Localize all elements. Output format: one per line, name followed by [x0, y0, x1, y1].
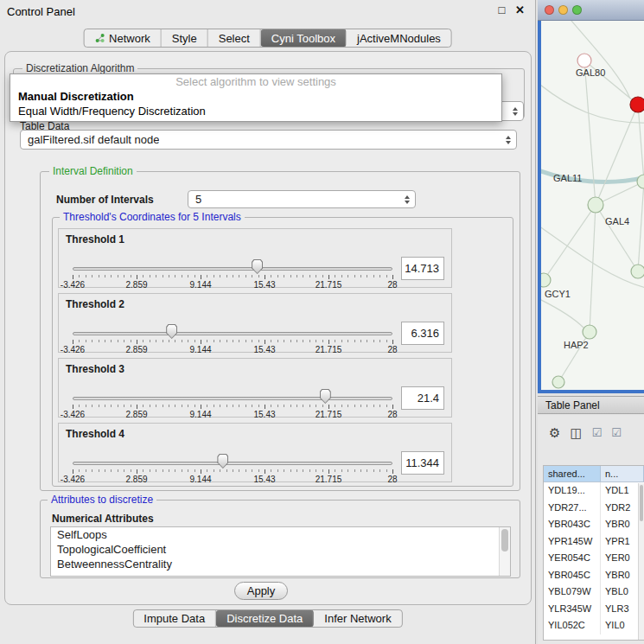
- table-row[interactable]: YBR043CYBR0: [544, 516, 644, 533]
- tick-label: 21.715: [316, 410, 342, 419]
- network-window-titlebar[interactable]: [538, 0, 644, 21]
- network-edge[interactable]: [638, 182, 644, 271]
- slider-handle[interactable]: [320, 389, 331, 404]
- network-edge[interactable]: [590, 205, 596, 332]
- slider-handle[interactable]: [166, 324, 177, 339]
- table-row[interactable]: YER054CYER0: [544, 550, 644, 567]
- bottom-tab-infer-network[interactable]: Infer Network: [314, 610, 401, 627]
- tick-mark: [201, 405, 201, 409]
- tick-labels: -3.4262.8599.14415.4321.71528: [73, 410, 393, 419]
- column-header-2[interactable]: n...: [601, 466, 644, 481]
- float-window-button[interactable]: □: [499, 3, 506, 16]
- select-all-icon[interactable]: ☑: [592, 427, 603, 438]
- minimize-traffic-light-icon[interactable]: [558, 5, 568, 15]
- number-of-intervals-label: Number of Intervals: [56, 194, 154, 206]
- network-node[interactable]: [588, 197, 603, 213]
- table-row[interactable]: YIL052CYIL0: [544, 617, 644, 634]
- dropdown-option-manual-discretization[interactable]: Manual Discretization: [10, 89, 501, 104]
- tab-network[interactable]: Network: [84, 29, 162, 47]
- threshold-value-3[interactable]: 21.4: [401, 386, 444, 410]
- threshold-value-4[interactable]: 11.344: [401, 451, 444, 475]
- slider-handle[interactable]: [217, 454, 228, 469]
- network-node[interactable]: [552, 376, 564, 388]
- algorithm-dropdown-popup: Select algorithm to view settings Manual…: [10, 73, 502, 122]
- threshold-slider-1[interactable]: -3.4262.8599.14415.4321.71528: [73, 253, 392, 288]
- tab-select[interactable]: Select: [208, 29, 261, 47]
- tick-label: 9.144: [189, 475, 211, 484]
- network-edge[interactable]: [596, 205, 638, 271]
- tick-label: 15.43: [253, 475, 275, 484]
- list-item-topologicalcoefficient[interactable]: TopologicalCoefficient: [51, 542, 510, 557]
- table-row[interactable]: YDR27...YDR2: [544, 500, 644, 517]
- number-of-intervals-combobox[interactable]: 5: [188, 190, 416, 208]
- tab-jactivemnodules[interactable]: jActiveMNodules: [347, 29, 451, 47]
- tick-mark: [137, 469, 137, 474]
- network-node[interactable]: [583, 325, 596, 339]
- dropdown-option-equal-width-frequency[interactable]: Equal Width/Frequency Discretization: [10, 104, 501, 118]
- table-row[interactable]: YPR145WYPR1: [544, 533, 644, 551]
- table-row[interactable]: YLR345WYLR3: [544, 601, 644, 618]
- close-window-button[interactable]: ✕: [515, 3, 525, 16]
- cell-shared-name: YER054C: [544, 550, 601, 567]
- tick-labels: -3.4262.8599.14415.4321.71528: [73, 345, 393, 354]
- network-node[interactable]: [577, 54, 591, 67]
- tick-label: -3.426: [61, 475, 85, 484]
- network-edge[interactable]: [541, 81, 644, 123]
- tick-label: -3.426: [61, 345, 85, 354]
- network-graph[interactable]: GAL80GAL11GAL4GCY1HAP2: [541, 21, 644, 390]
- table-row[interactable]: YBR045CYBR0: [544, 567, 644, 584]
- threshold-value-2[interactable]: 6.316: [401, 322, 444, 345]
- table-row[interactable]: YDL19...YDL1: [544, 482, 644, 500]
- select-none-icon[interactable]: ☑: [611, 427, 622, 438]
- network-node[interactable]: [631, 265, 644, 278]
- network-edge[interactable]: [567, 21, 630, 99]
- apply-button[interactable]: Apply: [234, 582, 288, 600]
- bottom-tab-discretize-data[interactable]: Discretize Data: [216, 610, 314, 627]
- threshold-slider-4[interactable]: -3.4262.8599.14415.4321.71528: [73, 448, 392, 482]
- tick-mark: [201, 275, 201, 279]
- algorithm-group-title: Discretization Algorithm: [22, 62, 137, 74]
- tick-label: -3.426: [61, 280, 85, 290]
- table-row[interactable]: YBL079WYBL0: [544, 583, 644, 601]
- node-label-gcy1: GCY1: [545, 289, 571, 299]
- table-scrollbar[interactable]: [638, 483, 644, 640]
- network-edge[interactable]: [541, 297, 583, 328]
- network-icon: [94, 33, 105, 43]
- threshold-slider-3[interactable]: -3.4262.8599.14415.4321.71528: [73, 383, 392, 418]
- network-edge[interactable]: [544, 205, 596, 280]
- list-scrollbar[interactable]: [499, 527, 510, 576]
- threshold-value-1[interactable]: 14.713: [401, 257, 444, 280]
- threshold-slider-2[interactable]: -3.4262.8599.14415.4321.71528: [73, 318, 392, 353]
- network-edge[interactable]: [638, 105, 644, 182]
- network-node[interactable]: [630, 97, 644, 112]
- numerical-attributes-list[interactable]: SelfLoopsTopologicalCoefficientBetweenne…: [50, 526, 511, 577]
- gear-icon[interactable]: ⚙: [549, 426, 560, 439]
- control-panel-title: Control Panel: [7, 5, 75, 18]
- list-item-betweennesscentrality[interactable]: BetweennessCentrality: [51, 557, 510, 571]
- list-item-selfloops[interactable]: SelfLoops: [51, 527, 510, 542]
- cell-shared-name: YBR043C: [544, 516, 601, 533]
- network-canvas[interactable]: GAL80GAL11GAL4GCY1HAP2: [541, 21, 644, 390]
- column-header-1[interactable]: shared...: [544, 466, 601, 481]
- bottom-tab-label: Impute Data: [143, 612, 205, 625]
- tab-style[interactable]: Style: [162, 29, 208, 47]
- bottom-tab-impute-data[interactable]: Impute Data: [133, 610, 216, 627]
- tick-mark: [201, 469, 201, 474]
- network-node[interactable]: [541, 273, 551, 287]
- tab-cyni-toolbox[interactable]: Cyni Toolbox: [261, 29, 347, 47]
- table-data-combobox[interactable]: galFiltered.sif default node: [20, 130, 517, 150]
- scrollbar-thumb[interactable]: [640, 485, 643, 521]
- network-edge[interactable]: [596, 105, 638, 205]
- tick-mark: [265, 469, 265, 474]
- control-panel-window: Control Panel □ ✕ NetworkStyleSelectCyni…: [0, 0, 536, 644]
- zoom-traffic-light-icon[interactable]: [572, 5, 582, 15]
- table-columns-icon[interactable]: ◫: [570, 426, 582, 439]
- scrollbar-thumb[interactable]: [501, 529, 508, 552]
- slider-handle[interactable]: [252, 259, 263, 274]
- slider-ticks: [73, 405, 393, 407]
- node-table[interactable]: shared...n... YDL19...YDL1YDR27...YDR2YB…: [543, 465, 644, 641]
- close-traffic-light-icon[interactable]: [545, 5, 554, 15]
- interval-definition-title: Interval Definition: [49, 165, 137, 177]
- tick-label: 15.43: [253, 280, 275, 290]
- table-toolbar: ⚙◫☑☑: [538, 420, 644, 444]
